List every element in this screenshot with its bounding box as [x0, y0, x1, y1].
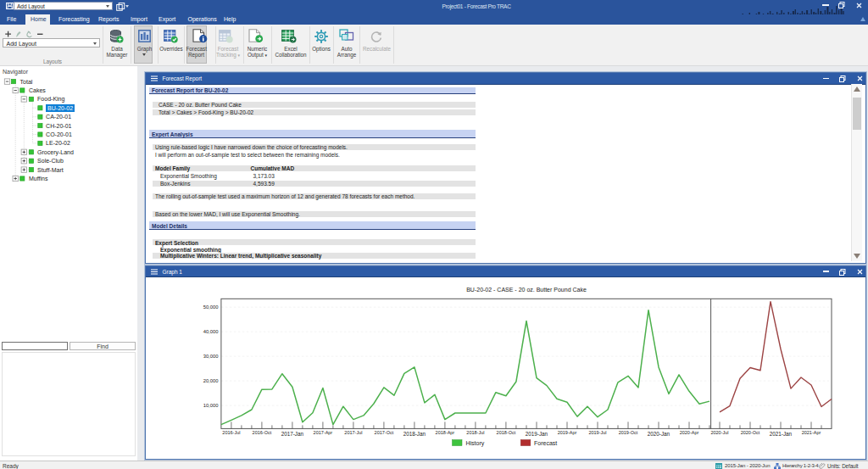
- svg-text:2021-Jan: 2021-Jan: [770, 431, 793, 437]
- svg-text:2019-Jul: 2019-Jul: [588, 430, 606, 435]
- svg-text:2017-Oct: 2017-Oct: [375, 430, 394, 435]
- svg-text:BU-20-02 - CASE - 20 oz. Butte: BU-20-02 - CASE - 20 oz. Butter Pound Ca…: [466, 287, 587, 293]
- svg-text:2017-Apr: 2017-Apr: [314, 430, 333, 435]
- svg-text:50,000: 50,000: [203, 304, 219, 310]
- svg-text:10,000: 10,000: [203, 403, 219, 408]
- svg-text:2020-Apr: 2020-Apr: [680, 430, 699, 435]
- svg-text:2020-Oct: 2020-Oct: [741, 430, 760, 435]
- svg-text:2021-Apr: 2021-Apr: [802, 430, 821, 435]
- svg-text:30,000: 30,000: [203, 354, 219, 359]
- svg-text:2017-Jan: 2017-Jan: [281, 431, 304, 437]
- svg-text:2016-Oct: 2016-Oct: [253, 430, 272, 435]
- svg-text:2020-Jul: 2020-Jul: [710, 430, 728, 435]
- svg-text:40,000: 40,000: [203, 329, 219, 334]
- svg-text:2017-Jul: 2017-Jul: [344, 430, 362, 435]
- svg-text:2019-Oct: 2019-Oct: [619, 430, 638, 435]
- svg-text:2018-Jul: 2018-Jul: [466, 430, 484, 435]
- svg-text:2019-Jan: 2019-Jan: [526, 431, 548, 437]
- svg-text:2018-Jan: 2018-Jan: [403, 431, 426, 437]
- svg-text:2018-Apr: 2018-Apr: [436, 430, 455, 435]
- svg-text:2020-Jan: 2020-Jan: [648, 431, 670, 437]
- svg-text:2018-Oct: 2018-Oct: [497, 430, 516, 435]
- svg-text:2019-Apr: 2019-Apr: [558, 430, 577, 435]
- svg-text:History: History: [466, 440, 485, 447]
- svg-text:Forecast: Forecast: [534, 440, 557, 446]
- svg-text:2016-Jul: 2016-Jul: [222, 430, 240, 435]
- svg-text:20,000: 20,000: [203, 378, 219, 383]
